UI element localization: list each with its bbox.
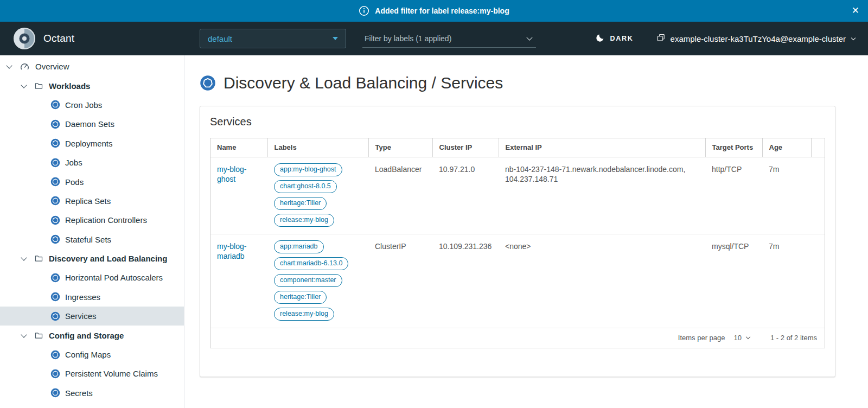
label-badge[interactable]: app:my-blog-ghost: [274, 163, 342, 176]
column-header-name[interactable]: Name: [210, 138, 267, 157]
cron-jobs-icon: [50, 100, 60, 110]
label-filter-dropdown[interactable]: Filter by labels (1 applied): [362, 29, 536, 48]
theme-label: DARK: [610, 35, 633, 42]
label-badge[interactable]: heritage:Tiller: [274, 291, 327, 304]
ingresses-icon: [50, 292, 60, 302]
replication-controllers-icon: [50, 215, 60, 225]
sidebar-group-discovery-and-load-balancing[interactable]: Discovery and Load Balancing: [0, 249, 184, 268]
cell-external-ip: <none>: [499, 234, 705, 328]
labels-stack: app:mariadbchart:mariadb-6.13.0component…: [274, 240, 362, 321]
chevron-down-icon: [526, 34, 532, 40]
sidebar-item-label: Stateful Sets: [65, 235, 111, 244]
cell-cluster-ip: 10.109.231.236: [432, 234, 499, 328]
namespace-selector[interactable]: default: [200, 29, 346, 48]
sidebar-item-label: Secrets: [65, 388, 93, 398]
table-row: my-blog-ghostapp:my-blog-ghostchart:ghos…: [210, 157, 825, 234]
sidebar-item-deployments[interactable]: Deployments: [0, 134, 184, 153]
sidebar-item-horizontal-pod-autoscalers[interactable]: Horizontal Pod Autoscalers: [0, 268, 184, 287]
sidebar-group-workloads[interactable]: Workloads: [0, 76, 184, 95]
folder-icon: [34, 81, 43, 91]
sidebar-group-label: Workloads: [49, 81, 90, 91]
cell-type: LoadBalancer: [368, 157, 432, 234]
secrets-icon: [50, 388, 60, 398]
sidebar-item-label: Cron Jobs: [65, 100, 102, 110]
sidebar-item-config-maps[interactable]: Config Maps: [0, 345, 184, 364]
sidebar-item-services[interactable]: Services: [0, 307, 184, 326]
page-title: Discovery & Load Balancing / Services: [200, 74, 868, 92]
column-header-target-ports[interactable]: Target Ports: [705, 138, 762, 157]
items-per-page-label: Items per page: [678, 334, 725, 342]
sidebar-item-overview[interactable]: Overview: [0, 57, 184, 76]
sidebar-item-persistent-volume-claims[interactable]: Persistent Volume Claims: [0, 364, 184, 383]
sidebar-item-secrets[interactable]: Secrets: [0, 384, 184, 403]
column-header-external-ip[interactable]: External IP: [499, 138, 705, 157]
overview-icon: [20, 61, 30, 72]
sidebar-item-ingresses[interactable]: Ingresses: [0, 288, 184, 307]
config-maps-icon: [50, 350, 60, 360]
sidebar-group-label: Config and Storage: [49, 331, 124, 340]
cell-labels: app:mariadbchart:mariadb-6.13.0component…: [267, 234, 368, 328]
horizontal-pod-autoscalers-icon: [50, 273, 60, 283]
column-header-cluster-ip[interactable]: Cluster IP: [432, 138, 499, 157]
services-table-body: my-blog-ghostapp:my-blog-ghostchart:ghos…: [210, 157, 825, 328]
dark-mode-toggle[interactable]: DARK: [596, 33, 633, 44]
label-badge[interactable]: chart:mariadb-6.13.0: [274, 257, 348, 270]
sidebar-item-replication-controllers[interactable]: Replication Controllers: [0, 211, 184, 229]
sidebar-item-label: Pods: [65, 177, 84, 187]
sidebar-item-pods[interactable]: Pods: [0, 172, 184, 191]
stateful-sets-icon: [50, 234, 60, 244]
chevron-down-icon: [21, 331, 27, 337]
labels-stack: app:my-blog-ghostchart:ghost-8.0.5herita…: [274, 163, 362, 227]
cell-target-ports: mysql/TCP: [705, 234, 762, 328]
column-header-spacer: [811, 138, 825, 157]
sidebar-item-cron-jobs[interactable]: Cron Jobs: [0, 95, 184, 114]
service-link[interactable]: my-blog-mariadb: [217, 242, 246, 260]
service-link[interactable]: my-blog-ghost: [217, 165, 246, 183]
pods-icon: [50, 177, 60, 187]
services-icon: [50, 311, 60, 321]
label-badge[interactable]: chart:ghost-8.0.5: [274, 180, 337, 193]
sidebar-item-label: Deployments: [65, 139, 113, 148]
column-header-labels[interactable]: Labels: [267, 138, 368, 157]
sidebar-item-label: Replica Sets: [65, 196, 111, 206]
items-per-page-select[interactable]: 10: [734, 334, 750, 342]
chevron-down-icon: [746, 335, 750, 339]
pagination-range: 1 - 2 of 2 items: [770, 334, 817, 342]
services-datagrid: Name Labels Type Cluster IP External IP …: [210, 138, 825, 348]
sidebar-group-config-and-storage[interactable]: Config and Storage: [0, 326, 184, 345]
cell-external-ip: nb-104-237-148-71.newark.nodebalancer.li…: [499, 157, 705, 234]
chevron-down-icon: [21, 82, 27, 88]
app-title: Octant: [43, 33, 74, 44]
chevron-down-icon: [6, 63, 12, 69]
sidebar-item-stateful-sets[interactable]: Stateful Sets: [0, 230, 184, 249]
info-icon: [359, 5, 369, 16]
cluster-label: example-cluster-ka3TuTzYo4a@example-clus…: [671, 34, 846, 43]
sidebar-item-jobs[interactable]: Jobs: [0, 153, 184, 172]
label-badge[interactable]: release:my-blog: [274, 214, 334, 227]
label-badge[interactable]: app:mariadb: [274, 240, 324, 253]
cluster-selector[interactable]: example-cluster-ka3TuTzYo4a@example-clus…: [656, 33, 855, 44]
label-filter-text: Filter by labels (1 applied): [365, 34, 451, 43]
sidebar-item-replica-sets[interactable]: Replica Sets: [0, 192, 184, 211]
label-badge[interactable]: component:master: [274, 274, 342, 287]
sidebar-group-label: Discovery and Load Balancing: [49, 254, 167, 263]
daemon-sets-icon: [50, 119, 60, 129]
discovery-load-balancing-icon: [200, 75, 216, 91]
cell-name: my-blog-mariadb: [210, 234, 267, 328]
moon-icon: [596, 33, 605, 44]
namespace-value: default: [208, 34, 232, 43]
label-badge[interactable]: release:my-blog: [274, 308, 334, 321]
app-header: Octant default Filter by labels (1 appli…: [0, 22, 868, 55]
sidebar-item-label: Overview: [35, 62, 69, 71]
close-icon[interactable]: ✕: [852, 5, 859, 17]
column-header-type[interactable]: Type: [368, 138, 432, 157]
cell-labels: app:my-blog-ghostchart:ghost-8.0.5herita…: [267, 157, 368, 234]
sidebar-item-label: Jobs: [65, 158, 82, 167]
table-row: my-blog-mariadbapp:mariadbchart:mariadb-…: [210, 234, 825, 328]
chevron-down-icon: [851, 35, 856, 40]
items-per-page-value: 10: [734, 334, 742, 342]
column-header-age[interactable]: Age: [762, 138, 811, 157]
label-badge[interactable]: heritage:Tiller: [274, 197, 327, 210]
deployments-icon: [50, 138, 60, 148]
sidebar-item-daemon-sets[interactable]: Daemon Sets: [0, 114, 184, 133]
